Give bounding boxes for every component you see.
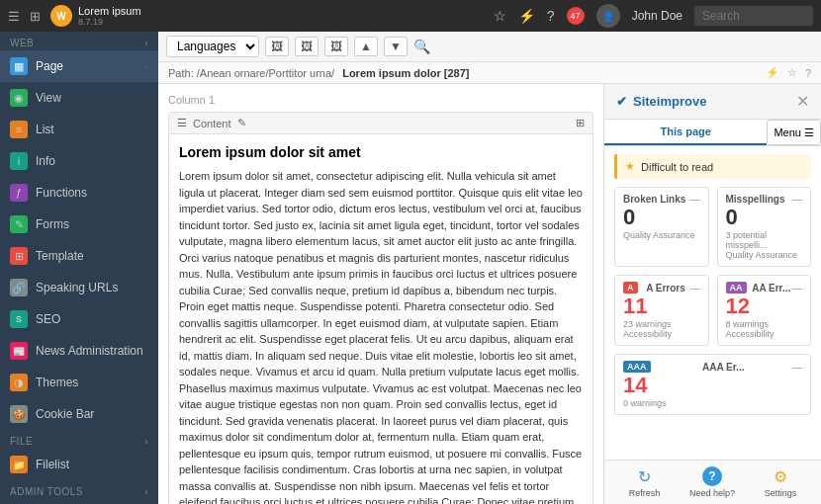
logo-icon: W [50, 5, 72, 27]
functions-icon: ƒ [10, 184, 28, 202]
need-help-label: Need help? [689, 488, 735, 498]
bolt-icon[interactable]: ⚡ [518, 8, 535, 24]
aaa-errors-dash: — [792, 362, 802, 373]
list-icon: ≡ [10, 121, 28, 138]
sidebar-item-news-admin[interactable]: 📰 News Administration [0, 335, 158, 367]
a-errors-dash: — [690, 283, 700, 294]
refresh-label: Refresh [629, 488, 661, 498]
misspellings-title: Misspellings [726, 194, 785, 205]
block-icon: ⊞ [576, 117, 585, 129]
sidebar-item-extensions[interactable]: ⊕ Extensions [0, 499, 158, 504]
misspellings-value: 0 [726, 207, 803, 228]
aa-errors-dash: — [792, 283, 802, 294]
language-select[interactable]: Languages [166, 36, 259, 57]
search-toolbar-icon[interactable]: 🔍 [413, 39, 430, 54]
settings-label: Settings [765, 488, 797, 498]
alert-text: Difficult to read [641, 161, 713, 173]
themes-icon: ◑ [10, 374, 28, 391]
metric-grid-top: Broken Links — 0 Quality Assurance Missp… [614, 187, 811, 267]
sidebar-label-forms: Forms [36, 217, 69, 231]
notification-badge[interactable]: 47 [567, 7, 585, 25]
misspellings-sub: 3 potential misspelli...Quality Assuranc… [726, 230, 803, 260]
aa-badge: AA [726, 282, 747, 294]
app-logo: W Lorem ipsum 8.7.19 [50, 5, 141, 27]
speaking-urls-icon: 🔗 [10, 279, 28, 296]
star-icon[interactable]: ☆ [494, 8, 506, 24]
broken-links-sub: Quality Assurance [623, 230, 700, 240]
broken-links-value: 0 [623, 207, 700, 228]
expand-arrow[interactable]: › [144, 38, 148, 48]
toolbar-btn-1[interactable]: 🖼 [265, 37, 289, 56]
sidebar-item-info[interactable]: i Info [0, 145, 158, 177]
content-block-body: Lorem ipsum dolor sit amet Lorem ipsum d… [169, 134, 593, 504]
sidebar-item-speaking-urls[interactable]: 🔗 Speaking URLs [0, 272, 158, 303]
main-layout: WEB › ▦ Page › ◉ View ≡ List i Info ƒ Fu… [0, 32, 821, 504]
forms-icon: ✎ [10, 215, 28, 233]
column-label: Column 1 [168, 94, 593, 106]
toolbar-row: Languages 🖼 🖼 🖼 ▲ ▼ 🔍 [158, 32, 821, 62]
metric-a-errors-header: A A Errors — [623, 282, 700, 294]
aaa-errors-sub: 0 warnings [623, 398, 802, 408]
sidebar-label-template: Template [36, 249, 84, 263]
file-section-label: FILE › [0, 430, 158, 449]
sidebar-item-template[interactable]: ⊞ Template [0, 240, 158, 272]
content-icon: ☰ [177, 117, 187, 129]
panel-menu-button[interactable]: Menu ☰ [767, 120, 821, 145]
sidebar-label-news-admin: News Administration [36, 344, 143, 358]
sidebar-label-info: Info [36, 154, 55, 168]
panel-tab-this-page[interactable]: This page [604, 120, 767, 145]
metric-broken-links-header: Broken Links — [623, 194, 700, 205]
settings-button[interactable]: ⚙ Settings [765, 467, 797, 498]
misspellings-dash: — [792, 194, 802, 205]
sidebar-item-page[interactable]: ▦ Page › [0, 50, 158, 82]
toolbar-btn-down[interactable]: ▼ [384, 37, 408, 56]
help-path-icon[interactable]: ? [805, 67, 811, 79]
siteimprove-logo: ✔ Siteimprove [616, 94, 706, 109]
filelist-icon: 📁 [10, 456, 28, 473]
metric-misspellings: Misspellings — 0 3 potential misspelli..… [717, 187, 812, 267]
metric-grid-a: A A Errors — 11 23 warningsAccessibility… [614, 275, 811, 346]
a-errors-value: 11 [623, 295, 700, 317]
help-icon[interactable]: ? [547, 8, 555, 24]
hamburger-icon[interactable]: ☰ [8, 9, 20, 24]
sidebar-label-cookie-bar: Cookie Bar [36, 407, 94, 421]
admin-section-label: ADMIN TOOLS › [0, 480, 158, 499]
star-path-icon[interactable]: ☆ [787, 66, 797, 79]
seo-icon: S [10, 310, 28, 328]
sidebar-item-list[interactable]: ≡ List [0, 114, 158, 145]
sidebar-item-forms[interactable]: ✎ Forms [0, 209, 158, 240]
info-icon: i [10, 152, 28, 170]
metric-aa-errors: AA AA Err... — 12 8 warningsAccessibilit… [717, 275, 812, 346]
bolt-path-icon[interactable]: ⚡ [766, 66, 779, 79]
sidebar-item-functions[interactable]: ƒ Functions [0, 177, 158, 209]
expand-admin-arrow[interactable]: › [144, 486, 148, 497]
sidebar-item-filelist[interactable]: 📁 Filelist [0, 449, 158, 480]
expand-file-arrow[interactable]: › [144, 436, 148, 447]
article-title: Lorem ipsum dolor sit amet [179, 144, 583, 160]
toolbar-btn-2[interactable]: 🖼 [295, 37, 319, 56]
toolbar-btn-3[interactable]: 🖼 [324, 37, 348, 56]
sidebar-item-seo[interactable]: S SEO [0, 303, 158, 335]
metric-aa-errors-header: AA AA Err... — [726, 282, 803, 294]
template-icon: ⊞ [10, 247, 28, 265]
path-bar-actions: ⚡ ☆ ? [766, 66, 811, 79]
web-section-label: WEB › [0, 32, 158, 50]
broken-links-dash: — [690, 194, 700, 205]
topbar-icons: ☆ ⚡ ? 47 👤 John Doe [494, 4, 813, 28]
edit-icon[interactable]: ✎ [237, 117, 246, 129]
refresh-button[interactable]: ↻ Refresh [629, 467, 661, 498]
sidebar-label-filelist: Filelist [36, 458, 69, 471]
aa-errors-sub: 8 warningsAccessibility [726, 319, 803, 339]
cookie-icon: 🍪 [10, 405, 28, 423]
a-badge: A [623, 282, 638, 294]
need-help-button[interactable]: ? Need help? [689, 466, 735, 498]
toolbar-btn-up[interactable]: ▲ [354, 37, 378, 56]
search-input[interactable] [694, 6, 813, 26]
grid-icon[interactable]: ⊞ [30, 9, 41, 24]
sidebar-item-themes[interactable]: ◑ Themes [0, 367, 158, 398]
panel-close-button[interactable]: ✕ [796, 92, 809, 111]
panel-header: ✔ Siteimprove ✕ [604, 84, 821, 120]
sidebar-item-view[interactable]: ◉ View [0, 82, 158, 114]
sidebar-item-cookie-bar[interactable]: 🍪 Cookie Bar [0, 398, 158, 430]
avatar[interactable]: 👤 [596, 4, 620, 28]
